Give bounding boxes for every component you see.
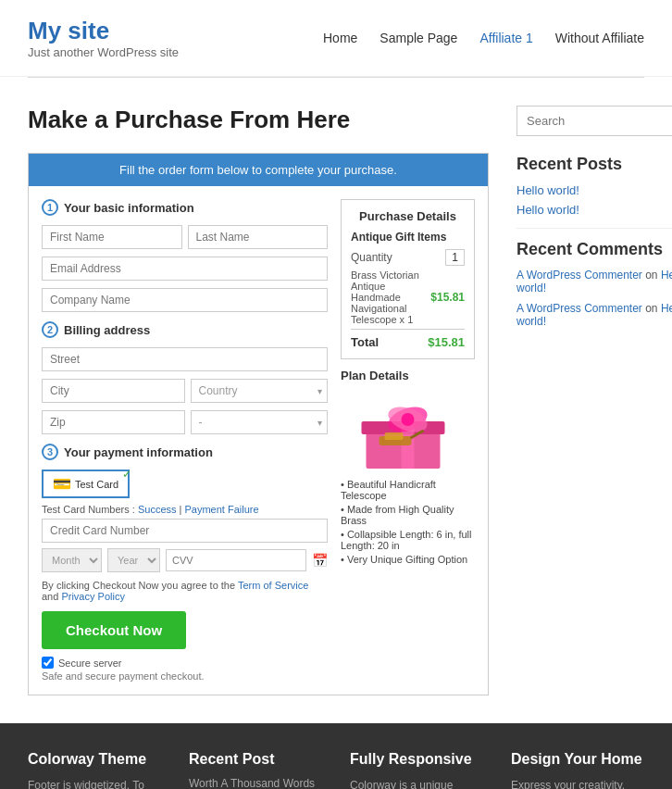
quantity-label: Quantity bbox=[351, 251, 392, 264]
country-select[interactable]: Country bbox=[191, 379, 329, 403]
purchase-form-box: Fill the order form below to complete yo… bbox=[28, 153, 489, 695]
failure-link[interactable]: Payment Failure bbox=[185, 504, 259, 515]
first-name-input[interactable] bbox=[42, 225, 182, 249]
footer-col4-text: Express your creativity, find inspiratio… bbox=[511, 777, 644, 789]
recent-comments-title: Recent Comments bbox=[516, 240, 672, 259]
nav-affiliate1[interactable]: Affiliate 1 bbox=[479, 31, 532, 45]
country-select-wrap: Country bbox=[191, 379, 329, 403]
product-price: $15.81 bbox=[430, 291, 465, 304]
product-desc: Brass Victorian Antique Handmade Navigat… bbox=[351, 269, 430, 325]
email-row bbox=[42, 257, 328, 281]
site-tagline: Just another WordPress site bbox=[28, 45, 179, 59]
content-area: Make a Purchase From Here Fill the order… bbox=[28, 106, 489, 695]
feature-3: Collapsible Length: 6 in, full Length: 2… bbox=[341, 529, 475, 551]
cvv-input[interactable] bbox=[166, 549, 306, 571]
footer-col4-title: Design Your Home bbox=[511, 751, 644, 768]
footer-col1-text: Footer is widgetized. To setup the foote… bbox=[28, 777, 161, 789]
quantity-row: Quantity 1 bbox=[351, 249, 465, 266]
state-select[interactable]: - bbox=[191, 410, 329, 434]
form-body: 1 Your basic information bbox=[29, 186, 488, 695]
feature-1: Beautiful Handicraft Telescope bbox=[341, 479, 475, 501]
zip-input[interactable] bbox=[42, 410, 185, 434]
footer-col2-title: Recent Post bbox=[189, 751, 322, 768]
footer-col4: Design Your Home Express your creativity… bbox=[511, 751, 644, 789]
checkout-button[interactable]: Checkout Now bbox=[42, 611, 186, 649]
comment-1: A WordPress Commenter on Hello world! bbox=[516, 269, 672, 294]
nav-home[interactable]: Home bbox=[323, 31, 357, 45]
footer-col1: Colorway Theme Footer is widgetized. To … bbox=[28, 751, 161, 789]
total-value: $15.81 bbox=[428, 335, 465, 349]
nav-without-affiliate[interactable]: Without Affiliate bbox=[555, 31, 644, 45]
page-title: Make a Purchase From Here bbox=[28, 106, 489, 134]
secure-checkbox[interactable] bbox=[42, 657, 54, 669]
section2-number: 2 bbox=[42, 321, 58, 338]
company-input[interactable] bbox=[42, 288, 328, 312]
recent-post-1[interactable]: Hello world! bbox=[516, 183, 672, 197]
section1-number: 1 bbox=[42, 199, 58, 216]
footer-main: Colorway Theme Footer is widgetized. To … bbox=[0, 723, 672, 789]
recent-posts-title: Recent Posts bbox=[516, 155, 672, 174]
email-input[interactable] bbox=[42, 257, 328, 281]
svg-point-5 bbox=[402, 413, 415, 426]
terms-link[interactable]: Term of Service bbox=[238, 580, 308, 591]
terms-text: By clicking Checkout Now you agree to th… bbox=[42, 580, 328, 602]
product-name: Antique Gift Items bbox=[351, 231, 465, 244]
site-header: My site Just another WordPress site Home… bbox=[0, 0, 672, 78]
sidebar: Recent Posts Hello world! Hello world! R… bbox=[516, 106, 672, 695]
footer-col3-title: Fully Responsive bbox=[350, 751, 483, 768]
year-select[interactable]: Year bbox=[107, 548, 160, 572]
street-row bbox=[42, 347, 328, 371]
purchase-details-title: Purchase Details bbox=[351, 209, 465, 223]
check-icon: ✓ bbox=[122, 468, 131, 481]
section1-title: 1 Your basic information bbox=[42, 199, 328, 216]
section2-title: 2 Billing address bbox=[42, 321, 328, 338]
state-select-wrap: - bbox=[191, 410, 329, 434]
street-input[interactable] bbox=[42, 347, 328, 371]
calendar-icon[interactable]: 📅 bbox=[312, 553, 328, 568]
commenter-1-link[interactable]: A WordPress Commenter bbox=[516, 269, 642, 282]
site-brand: My site Just another WordPress site bbox=[28, 17, 179, 59]
secure-wrap: Secure server bbox=[42, 657, 328, 669]
privacy-link[interactable]: Privacy Policy bbox=[61, 591, 124, 602]
svg-rect-7 bbox=[385, 432, 404, 440]
month-select[interactable]: Month bbox=[42, 548, 102, 572]
purchase-details: Purchase Details Antique Gift Items Quan… bbox=[341, 199, 475, 682]
zip-row: - bbox=[42, 410, 328, 434]
card-icon: 💳 bbox=[53, 475, 71, 493]
footer: Colorway Theme Footer is widgetized. To … bbox=[0, 723, 672, 789]
main-layout: Make a Purchase From Here Fill the order… bbox=[0, 78, 672, 723]
card-btn-wrap: 💳 Test Card ✓ bbox=[42, 470, 328, 498]
plan-details-title: Plan Details bbox=[341, 369, 475, 382]
commenter-2-link[interactable]: A WordPress Commenter bbox=[516, 302, 642, 315]
city-input[interactable] bbox=[42, 379, 185, 403]
safe-text: Safe and secure payment checkout. bbox=[42, 670, 328, 682]
total-label: Total bbox=[351, 335, 379, 349]
recent-post-2[interactable]: Hello world! bbox=[516, 203, 672, 217]
success-link[interactable]: Success bbox=[138, 504, 177, 515]
search-box bbox=[516, 106, 672, 136]
secure-label: Secure server bbox=[58, 658, 121, 669]
purchase-details-box: Purchase Details Antique Gift Items Quan… bbox=[341, 199, 475, 359]
main-nav: Home Sample Page Affiliate 1 Without Aff… bbox=[323, 31, 644, 45]
section3-title: 3 Your payment information bbox=[42, 444, 328, 460]
section3-number: 3 bbox=[42, 444, 58, 460]
plan-features: Beautiful Handicraft Telescope Made from… bbox=[341, 479, 475, 565]
footer-col1-title: Colorway Theme bbox=[28, 751, 161, 768]
test-card-info: Test Card Numbers : Success | Payment Fa… bbox=[42, 504, 328, 515]
search-input[interactable] bbox=[517, 106, 672, 135]
nav-sample-page[interactable]: Sample Page bbox=[380, 31, 457, 45]
feature-2: Made from High Quality Brass bbox=[341, 504, 475, 526]
form-left: 1 Your basic information bbox=[42, 199, 328, 682]
name-row bbox=[42, 225, 328, 249]
footer-col2-link1[interactable]: Worth A Thousand Words bbox=[189, 777, 322, 789]
card-button[interactable]: 💳 Test Card ✓ bbox=[42, 470, 130, 498]
city-country-row: Country bbox=[42, 379, 328, 403]
total-row: Total $15.81 bbox=[351, 329, 465, 349]
footer-col3-text: Colorway is a unique responsive WordPres… bbox=[350, 777, 483, 789]
product-row: Brass Victorian Antique Handmade Navigat… bbox=[351, 269, 465, 325]
credit-card-input[interactable] bbox=[42, 519, 328, 543]
last-name-input[interactable] bbox=[188, 225, 329, 249]
comment-2: A WordPress Commenter on Hello world! bbox=[516, 302, 672, 328]
footer-col3: Fully Responsive Colorway is a unique re… bbox=[350, 751, 483, 789]
quantity-value: 1 bbox=[445, 249, 465, 266]
